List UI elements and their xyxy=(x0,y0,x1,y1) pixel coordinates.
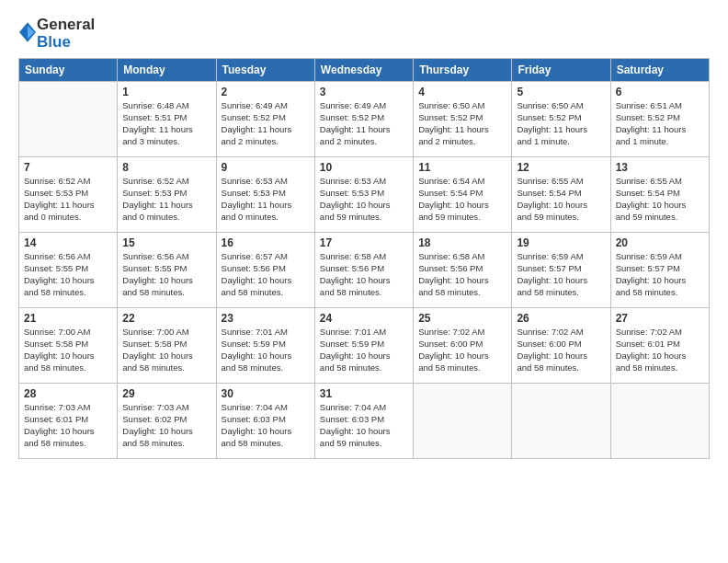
day-number: 31 xyxy=(320,387,408,400)
calendar-week-1: 7Sunrise: 6:52 AM Sunset: 5:53 PM Daylig… xyxy=(19,157,710,233)
calendar-cell xyxy=(414,384,512,459)
day-number: 7 xyxy=(24,161,112,174)
calendar-cell xyxy=(512,384,610,459)
day-number: 30 xyxy=(222,387,310,400)
calendar-cell: 26Sunrise: 7:02 AM Sunset: 6:00 PM Dayli… xyxy=(512,308,610,384)
day-info: Sunrise: 6:56 AM Sunset: 5:55 PM Dayligh… xyxy=(122,251,210,298)
day-info: Sunrise: 6:55 AM Sunset: 5:54 PM Dayligh… xyxy=(616,176,704,223)
day-number: 27 xyxy=(616,312,704,325)
logo-line2: Blue xyxy=(37,34,95,52)
day-number: 22 xyxy=(122,312,210,325)
calendar-cell: 27Sunrise: 7:02 AM Sunset: 6:01 PM Dayli… xyxy=(610,308,709,384)
calendar-cell: 19Sunrise: 6:59 AM Sunset: 5:57 PM Dayli… xyxy=(512,233,610,308)
logo: General Blue xyxy=(18,17,95,51)
header-sunday: Sunday xyxy=(19,59,118,82)
day-info: Sunrise: 7:03 AM Sunset: 6:01 PM Dayligh… xyxy=(24,402,112,449)
day-number: 5 xyxy=(517,86,605,98)
calendar-week-0: 1Sunrise: 6:48 AM Sunset: 5:51 PM Daylig… xyxy=(19,82,710,157)
day-info: Sunrise: 6:59 AM Sunset: 5:57 PM Dayligh… xyxy=(517,251,605,298)
calendar-cell: 28Sunrise: 7:03 AM Sunset: 6:01 PM Dayli… xyxy=(19,384,118,459)
day-number: 11 xyxy=(418,161,506,174)
day-info: Sunrise: 7:00 AM Sunset: 5:58 PM Dayligh… xyxy=(122,327,210,373)
calendar-cell: 4Sunrise: 6:50 AM Sunset: 5:52 PM Daylig… xyxy=(414,82,512,157)
page: General Blue SundayMondayTuesdayWednesda… xyxy=(0,0,728,563)
day-number: 14 xyxy=(24,236,112,249)
calendar-cell: 31Sunrise: 7:04 AM Sunset: 6:03 PM Dayli… xyxy=(314,384,413,459)
day-number: 15 xyxy=(122,236,210,249)
header-friday: Friday xyxy=(512,59,610,82)
logo-line1: General xyxy=(37,17,95,34)
calendar-cell: 20Sunrise: 6:59 AM Sunset: 5:57 PM Dayli… xyxy=(610,233,709,308)
calendar-cell: 23Sunrise: 7:01 AM Sunset: 5:59 PM Dayli… xyxy=(216,308,314,384)
calendar-cell: 6Sunrise: 6:51 AM Sunset: 5:52 PM Daylig… xyxy=(610,82,709,157)
header-thursday: Thursday xyxy=(414,59,512,82)
day-number: 21 xyxy=(24,312,112,325)
day-number: 4 xyxy=(418,86,506,98)
header: General Blue xyxy=(18,17,710,51)
day-info: Sunrise: 7:00 AM Sunset: 5:58 PM Dayligh… xyxy=(24,327,112,373)
day-info: Sunrise: 6:58 AM Sunset: 5:56 PM Dayligh… xyxy=(418,251,506,298)
calendar-cell: 21Sunrise: 7:00 AM Sunset: 5:58 PM Dayli… xyxy=(19,308,118,384)
day-number: 12 xyxy=(517,161,605,174)
day-info: Sunrise: 7:04 AM Sunset: 6:03 PM Dayligh… xyxy=(320,402,408,449)
day-info: Sunrise: 7:02 AM Sunset: 6:00 PM Dayligh… xyxy=(418,327,506,373)
day-info: Sunrise: 6:57 AM Sunset: 5:56 PM Dayligh… xyxy=(222,251,310,298)
day-info: Sunrise: 6:52 AM Sunset: 5:53 PM Dayligh… xyxy=(24,176,112,223)
day-info: Sunrise: 6:58 AM Sunset: 5:56 PM Dayligh… xyxy=(320,251,408,298)
day-info: Sunrise: 7:01 AM Sunset: 5:59 PM Dayligh… xyxy=(222,327,310,373)
day-info: Sunrise: 6:52 AM Sunset: 5:53 PM Dayligh… xyxy=(122,176,210,223)
calendar-cell: 15Sunrise: 6:56 AM Sunset: 5:55 PM Dayli… xyxy=(118,233,216,308)
header-wednesday: Wednesday xyxy=(314,59,413,82)
day-number: 25 xyxy=(418,312,506,325)
day-number: 28 xyxy=(24,387,112,400)
day-info: Sunrise: 6:53 AM Sunset: 5:53 PM Dayligh… xyxy=(320,176,408,223)
day-number: 16 xyxy=(222,236,310,249)
calendar-cell: 12Sunrise: 6:55 AM Sunset: 5:54 PM Dayli… xyxy=(512,157,610,233)
day-info: Sunrise: 6:55 AM Sunset: 5:54 PM Dayligh… xyxy=(517,176,605,223)
calendar-cell: 9Sunrise: 6:53 AM Sunset: 5:53 PM Daylig… xyxy=(216,157,314,233)
calendar-cell: 5Sunrise: 6:50 AM Sunset: 5:52 PM Daylig… xyxy=(512,82,610,157)
calendar-cell: 8Sunrise: 6:52 AM Sunset: 5:53 PM Daylig… xyxy=(118,157,216,233)
calendar-header-row: SundayMondayTuesdayWednesdayThursdayFrid… xyxy=(19,59,710,82)
day-number: 1 xyxy=(122,86,210,98)
day-number: 2 xyxy=(222,86,310,98)
day-number: 13 xyxy=(616,161,704,174)
day-info: Sunrise: 6:50 AM Sunset: 5:52 PM Dayligh… xyxy=(418,100,506,147)
day-info: Sunrise: 6:49 AM Sunset: 5:52 PM Dayligh… xyxy=(320,100,408,147)
day-info: Sunrise: 6:56 AM Sunset: 5:55 PM Dayligh… xyxy=(24,251,112,298)
calendar-cell: 30Sunrise: 7:04 AM Sunset: 6:03 PM Dayli… xyxy=(216,384,314,459)
calendar-week-2: 14Sunrise: 6:56 AM Sunset: 5:55 PM Dayli… xyxy=(19,233,710,308)
day-number: 18 xyxy=(418,236,506,249)
day-number: 23 xyxy=(222,312,310,325)
calendar-week-3: 21Sunrise: 7:00 AM Sunset: 5:58 PM Dayli… xyxy=(19,308,710,384)
calendar-cell: 7Sunrise: 6:52 AM Sunset: 5:53 PM Daylig… xyxy=(19,157,118,233)
day-info: Sunrise: 6:48 AM Sunset: 5:51 PM Dayligh… xyxy=(122,100,210,147)
day-info: Sunrise: 7:04 AM Sunset: 6:03 PM Dayligh… xyxy=(222,402,310,449)
day-number: 8 xyxy=(122,161,210,174)
header-monday: Monday xyxy=(118,59,216,82)
calendar-cell xyxy=(610,384,709,459)
calendar-week-4: 28Sunrise: 7:03 AM Sunset: 6:01 PM Dayli… xyxy=(19,384,710,459)
calendar-cell: 17Sunrise: 6:58 AM Sunset: 5:56 PM Dayli… xyxy=(314,233,413,308)
day-info: Sunrise: 6:59 AM Sunset: 5:57 PM Dayligh… xyxy=(616,251,704,298)
calendar-cell: 2Sunrise: 6:49 AM Sunset: 5:52 PM Daylig… xyxy=(216,82,314,157)
logo-icon xyxy=(19,22,36,42)
calendar-table: SundayMondayTuesdayWednesdayThursdayFrid… xyxy=(18,58,710,459)
calendar-cell: 24Sunrise: 7:01 AM Sunset: 5:59 PM Dayli… xyxy=(314,308,413,384)
header-saturday: Saturday xyxy=(610,59,709,82)
day-number: 3 xyxy=(320,86,408,98)
day-number: 24 xyxy=(320,312,408,325)
calendar-cell: 1Sunrise: 6:48 AM Sunset: 5:51 PM Daylig… xyxy=(118,82,216,157)
calendar-cell: 3Sunrise: 6:49 AM Sunset: 5:52 PM Daylig… xyxy=(314,82,413,157)
day-info: Sunrise: 7:01 AM Sunset: 5:59 PM Dayligh… xyxy=(320,327,408,373)
calendar-cell: 25Sunrise: 7:02 AM Sunset: 6:00 PM Dayli… xyxy=(414,308,512,384)
calendar-cell: 22Sunrise: 7:00 AM Sunset: 5:58 PM Dayli… xyxy=(118,308,216,384)
calendar-cell: 11Sunrise: 6:54 AM Sunset: 5:54 PM Dayli… xyxy=(414,157,512,233)
day-info: Sunrise: 6:50 AM Sunset: 5:52 PM Dayligh… xyxy=(517,100,605,147)
calendar-cell: 14Sunrise: 6:56 AM Sunset: 5:55 PM Dayli… xyxy=(19,233,118,308)
day-number: 29 xyxy=(122,387,210,400)
day-number: 20 xyxy=(616,236,704,249)
calendar-cell: 18Sunrise: 6:58 AM Sunset: 5:56 PM Dayli… xyxy=(414,233,512,308)
day-number: 17 xyxy=(320,236,408,249)
calendar-cell: 16Sunrise: 6:57 AM Sunset: 5:56 PM Dayli… xyxy=(216,233,314,308)
